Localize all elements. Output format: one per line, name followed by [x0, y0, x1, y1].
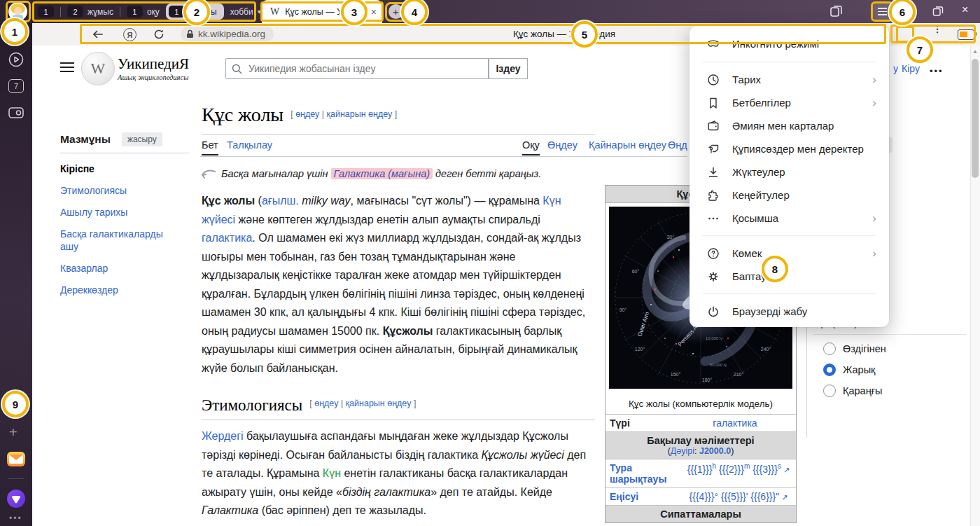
annotation-7: 7: [906, 36, 933, 63]
scrollbar-up-icon[interactable]: ▲: [972, 48, 978, 55]
article-title: Құс жолы: [202, 104, 284, 125]
screenshot-icon[interactable]: [8, 105, 24, 120]
search-input[interactable]: [247, 62, 488, 75]
menu-item-settings[interactable]: Баптаулар: [690, 265, 889, 288]
chevron-down-icon: ▾: [258, 8, 261, 15]
toc-title: Мазмұны: [60, 133, 111, 146]
wiki-search-box[interactable]: [225, 58, 489, 79]
battery-icon[interactable]: [958, 29, 974, 40]
wikipedia-favicon: W: [270, 6, 279, 18]
search-button[interactable]: Іздеу: [489, 58, 528, 79]
svg-text:240°: 240°: [761, 347, 771, 352]
redirect-icon: [202, 169, 216, 179]
radio-auto[interactable]: Өздігінен: [823, 342, 886, 355]
window-close-icon[interactable]: ×: [962, 4, 968, 16]
gear-icon: [706, 270, 720, 284]
url-text: kk.wikipedia.org: [198, 29, 265, 39]
toc-item[interactable]: Ашылу тарихы: [60, 206, 197, 219]
tab-panels-icon[interactable]: [830, 5, 843, 18]
toc-item[interactable]: Кіріспе: [60, 162, 197, 175]
menu-item-quit[interactable]: Браузерді жабу: [690, 300, 889, 323]
tab-talk[interactable]: Талқылау: [227, 139, 272, 151]
chevron-right-icon: ›: [872, 73, 876, 87]
menu-item-wallet[interactable]: Әмиян мен карталар: [690, 114, 889, 137]
wiki-more-icon[interactable]: •••: [930, 66, 944, 76]
menu-item-history[interactable]: Тарих ›: [690, 68, 889, 91]
radio-selected-icon[interactable]: [823, 364, 836, 376]
annotation-9: 9: [2, 391, 29, 417]
tab-page[interactable]: Бет: [202, 139, 218, 155]
infobox-row-ra: Тура шарықтауы {{{1}}}h {{{2}}}m {{{3}}}…: [606, 459, 796, 487]
epoch: (Дәуірі: J2000.0): [607, 446, 794, 456]
download-icon: [706, 165, 720, 179]
tab-group-work[interactable]: 2 жұмыс: [67, 6, 113, 18]
radio-icon[interactable]: [823, 385, 836, 397]
sidebar-add-icon[interactable]: +: [9, 424, 18, 441]
menu-item-help[interactable]: Көмек ›: [690, 242, 889, 265]
svg-text:10,000 ly: 10,000 ly: [706, 336, 722, 340]
tab-read[interactable]: Оқу: [522, 139, 540, 155]
menu-item-extensions[interactable]: Кеңейтулер: [690, 184, 889, 207]
refresh-icon[interactable]: [153, 29, 164, 40]
lock-icon: [186, 29, 194, 39]
tab-counter-button[interactable]: 7: [8, 79, 24, 93]
radio-dark[interactable]: Қараңғы: [823, 385, 882, 397]
wiki-hamburger-icon[interactable]: [60, 62, 74, 72]
infobox-caption: Құс жолы (компьютерлік модель): [606, 394, 796, 414]
tab-close-icon[interactable]: ×: [371, 6, 377, 18]
svg-text:60°: 60°: [632, 269, 640, 274]
tab-group-hobby[interactable]: хобби ▾: [230, 7, 261, 17]
kebab-menu-icon[interactable]: ⋮: [932, 27, 942, 41]
yandex-icon[interactable]: Я: [123, 28, 136, 41]
tab-group-study[interactable]: 1 оқу: [127, 6, 160, 18]
toc-item[interactable]: Квазарлар: [60, 262, 197, 275]
key-icon: [706, 142, 720, 156]
radio-icon[interactable]: [823, 342, 836, 355]
sidebar-divider: [8, 478, 24, 479]
intro-paragraph: Құс жолы (ағылш. milky way, мағынасы "сү…: [202, 192, 595, 378]
svg-text:90°: 90°: [620, 307, 627, 312]
login-partial-text: у: [893, 63, 898, 74]
wikipedia-logo[interactable]: W: [81, 52, 115, 85]
hatnote: Басқа мағыналар үшін Галактика (мағына) …: [202, 166, 595, 181]
wallet-icon: [706, 119, 720, 133]
svg-text:210°: 210°: [734, 372, 744, 377]
tab-edit[interactable]: Өңдеу: [547, 139, 578, 151]
video-play-icon[interactable]: [8, 51, 24, 68]
menu-item-passwords[interactable]: Құпиясөздер мен деректер: [690, 137, 889, 160]
tab-edit-source[interactable]: Қайнарын өңдеу: [589, 139, 666, 151]
tab-group-1[interactable]: 1: [38, 6, 54, 18]
menu-item-incognito[interactable]: Инкогнито режимі: [690, 32, 889, 56]
menu-item-more[interactable]: Қосымша ›: [690, 207, 889, 230]
alice-assistant-icon[interactable]: [7, 490, 25, 508]
menu-item-bookmarks[interactable]: Бетбелгілер ›: [690, 91, 889, 114]
type-value-link[interactable]: галактика: [674, 415, 796, 431]
wiki-wordmark[interactable]: УикипедиЯ: [118, 55, 189, 73]
chevron-right-icon: ›: [872, 212, 876, 226]
annotation-5: 5: [571, 21, 598, 48]
window-restore-icon[interactable]: [932, 6, 944, 17]
url-field[interactable]: kk.wikipedia.org: [181, 27, 274, 41]
toc-item[interactable]: Басқа галактикаларды ашу: [60, 228, 179, 253]
radio-light[interactable]: Жарық: [823, 364, 875, 376]
sidebar-more-icon[interactable]: •••: [9, 513, 22, 523]
wiki-tagline: Ашық энциклопедиясы: [118, 74, 188, 81]
etymology-paragraph-1: Жердегі бақылаушыға аспандағы мыңдаған ж…: [202, 427, 595, 520]
login-link[interactable]: Кіру: [902, 63, 920, 74]
scrollbar-thumb[interactable]: [972, 59, 979, 178]
dec-label-link[interactable]: Еңісуі: [606, 488, 681, 505]
title-edit-links[interactable]: [ өңдеу | қайнарын өңдеу ]: [290, 109, 397, 119]
infobox-row-type: Түрі галактика: [606, 414, 796, 431]
yandex-mail-icon[interactable]: [7, 452, 25, 466]
incognito-mask-icon: [706, 37, 720, 51]
menu-item-downloads[interactable]: Жүктеулер: [690, 160, 889, 184]
tab-truncated[interactable]: Өңд: [668, 139, 687, 151]
toc-item[interactable]: Дереккөздер: [60, 284, 197, 296]
toc-hide-button[interactable]: жасыру: [122, 132, 162, 146]
ra-label-link[interactable]: Тура шарықтауы: [606, 459, 681, 487]
ellipsis-icon: [706, 212, 720, 226]
toc-item[interactable]: Этимологиясы: [60, 184, 197, 197]
section-edit-links[interactable]: [ өңдеу | қайнарын өңдеу ]: [309, 399, 416, 408]
clock-icon: [706, 73, 720, 87]
back-icon[interactable]: [92, 29, 104, 40]
